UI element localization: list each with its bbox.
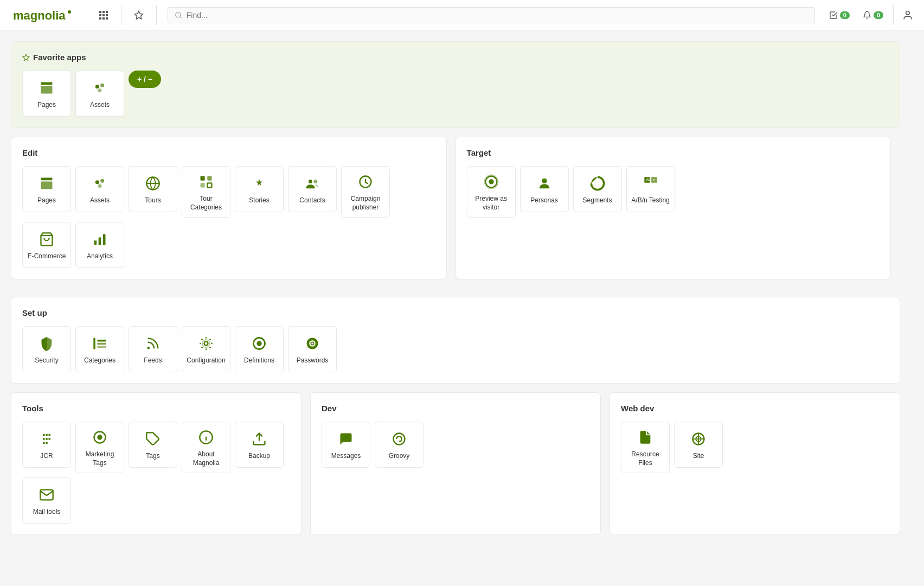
resource-files-icon — [636, 428, 655, 447]
setup-security-tile[interactable]: Security — [22, 326, 71, 372]
tools-backup-tile[interactable]: Backup — [235, 422, 284, 468]
bottom-sections-row: Tools JCR — [11, 392, 900, 544]
dev-section: Dev Messages — [310, 392, 601, 535]
apps-grid-button[interactable] — [93, 4, 114, 26]
svg-point-11 — [176, 12, 181, 17]
webdev-resource-files-tile[interactable]: Resource Files — [621, 422, 670, 473]
search-icon — [175, 11, 182, 19]
setup-title: Set up — [22, 308, 889, 317]
edit-ecommerce-tile[interactable]: E-Commerce — [22, 222, 71, 268]
dev-apps-row: Messages Groovy — [322, 422, 589, 468]
edit-pages-tile[interactable]: Pages — [22, 166, 71, 212]
favorite-pages-tile[interactable]: Pages — [22, 71, 71, 117]
tools-about-magnolia-tile[interactable]: About Magnolia — [182, 422, 230, 473]
logo: magnolia — [7, 8, 79, 23]
svg-rect-9 — [102, 17, 105, 20]
grid-icon — [99, 10, 108, 20]
pages-icon — [37, 78, 56, 98]
dev-messages-tile[interactable]: Messages — [322, 422, 370, 468]
edit-target-row: Edit Pages Assets — [11, 137, 900, 288]
webdev-apps-row: Resource Files Site — [621, 422, 889, 473]
svg-rect-46 — [97, 346, 106, 348]
setup-categories-tile[interactable]: Categories — [75, 326, 124, 372]
edit-contacts-tile[interactable]: Contacts — [288, 166, 337, 212]
tour-categories-icon — [196, 172, 216, 192]
header-divider-4 — [893, 5, 894, 25]
header-divider-2 — [121, 5, 121, 25]
target-abn-testing-tile[interactable]: AB n A/B/n Testing — [626, 166, 675, 212]
svg-rect-32 — [94, 240, 97, 245]
edit-tours-tile[interactable]: Tours — [129, 166, 177, 212]
edit-tour-categories-tile[interactable]: Tour Categories — [182, 166, 230, 218]
svg-rect-10 — [106, 17, 108, 20]
security-icon — [37, 334, 56, 353]
setup-apps-row: Security Categories — [22, 326, 889, 372]
target-segments-tile[interactable]: Segments — [573, 166, 622, 212]
tools-section: Tools JCR — [11, 392, 301, 535]
target-personas-tile[interactable]: Personas — [520, 166, 569, 212]
setup-definitions-tile[interactable]: Definitions — [235, 326, 284, 372]
svg-point-22 — [98, 184, 102, 188]
ecommerce-icon — [37, 230, 56, 249]
feeds-icon — [143, 334, 163, 353]
dev-groovy-tile[interactable]: Groovy — [375, 422, 424, 468]
svg-point-17 — [98, 88, 102, 92]
target-preview-tile[interactable]: Preview as visitor — [467, 166, 516, 218]
star-icon — [134, 10, 144, 20]
svg-point-51 — [256, 341, 261, 346]
svg-rect-13 — [41, 82, 53, 85]
setup-configuration-tile[interactable]: Configuration — [182, 326, 230, 372]
tags-icon — [143, 429, 163, 449]
edit-stories-tile[interactable]: Stories — [235, 166, 284, 212]
preview-as-visitor-icon — [482, 172, 501, 192]
backup-icon — [249, 429, 269, 449]
svg-point-57 — [97, 435, 102, 440]
setup-passwords-tile[interactable]: Passwords — [288, 326, 337, 372]
svg-point-20 — [95, 180, 99, 184]
svg-point-28 — [309, 180, 312, 183]
svg-point-47 — [147, 347, 150, 349]
stories-icon — [249, 174, 269, 193]
edit-campaign-publisher-tile[interactable]: Campaign publisher — [341, 166, 390, 218]
tasks-button[interactable]: 0 — [824, 9, 855, 22]
favorites-apps-row: Pages Assets + / − — [22, 71, 889, 117]
svg-rect-34 — [103, 234, 106, 245]
notifications-badge: 0 — [874, 11, 883, 19]
campaign-publisher-icon — [356, 172, 375, 192]
svg-point-55 — [311, 342, 313, 345]
tools-apps-row: JCR Marketing Tags — [22, 422, 290, 524]
about-magnolia-icon — [196, 428, 216, 447]
tools-mail-tools-tile[interactable]: Mail tools — [22, 477, 71, 524]
svg-rect-5 — [99, 14, 101, 16]
add-remove-favorites-button[interactable]: + / − — [129, 71, 161, 88]
tools-tags-tile[interactable]: Tags — [129, 422, 177, 468]
notifications-button[interactable]: 0 — [857, 9, 889, 22]
favorite-assets-tile[interactable]: Assets — [75, 71, 124, 117]
setup-feeds-tile[interactable]: Feeds — [129, 326, 177, 372]
edit-assets-tile[interactable]: Assets — [75, 166, 124, 212]
tools-marketing-tags-tile[interactable]: Marketing Tags — [75, 422, 124, 473]
user-icon — [902, 10, 913, 21]
svg-text:magnolia: magnolia — [13, 9, 66, 22]
webdev-title: Web dev — [621, 404, 889, 413]
categories-icon — [90, 334, 110, 353]
user-avatar-button[interactable] — [898, 5, 917, 25]
setup-section: Set up Security — [11, 297, 900, 384]
logo-svg: magnolia — [13, 8, 73, 23]
search-bar[interactable] — [168, 7, 815, 23]
edit-analytics-tile[interactable]: Analytics — [75, 222, 124, 268]
tools-jcr-tile[interactable]: JCR — [22, 422, 71, 468]
favorites-button[interactable] — [128, 4, 150, 26]
favorites-section: Favorite apps Pages Assets — [11, 41, 900, 128]
search-input[interactable] — [187, 11, 808, 20]
svg-rect-14 — [41, 86, 53, 93]
svg-rect-44 — [97, 340, 106, 342]
tasks-icon — [829, 11, 838, 20]
configuration-icon — [196, 334, 216, 353]
svg-point-15 — [95, 85, 99, 88]
analytics-icon — [90, 230, 110, 249]
jcr-icon — [37, 429, 56, 449]
svg-point-29 — [313, 180, 317, 183]
webdev-site-tile[interactable]: Site — [674, 422, 723, 468]
svg-rect-19 — [41, 181, 53, 189]
